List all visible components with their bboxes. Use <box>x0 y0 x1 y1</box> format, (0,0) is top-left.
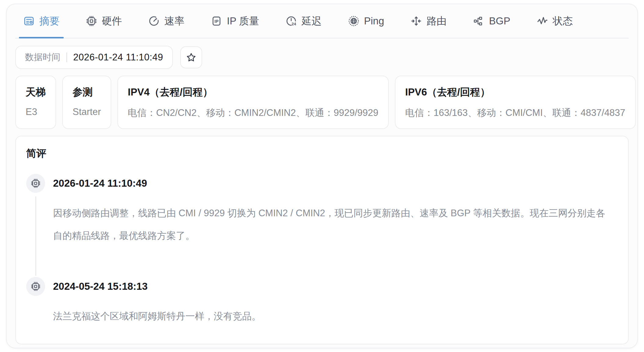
tab-bar: 摘要 硬件 <box>15 4 629 38</box>
ladder-card-title: 天梯 <box>26 85 46 99</box>
summary-icon <box>23 15 35 27</box>
ipv6-route-card-title: IPV6（去程/回程） <box>405 85 625 99</box>
timeline-entry-body: 2024-05-24 15:18:13 法兰克福这个区域和阿姆斯特丹一样，没有竞… <box>53 277 618 328</box>
timeline-entry-text: 因移动侧路由调整，线路已由 CMI / 9929 切换为 CMIN2 / CMI… <box>53 202 618 247</box>
timeline-entry-body: 2026-01-24 11:10:49 因移动侧路由调整，线路已由 CMI / … <box>53 174 618 247</box>
timeline-entry-date: 2026-01-24 11:10:49 <box>53 174 618 193</box>
tab-label: 状态 <box>553 14 573 28</box>
tab-label: BGP <box>489 15 510 27</box>
route-arrows-icon <box>410 15 422 27</box>
chip-icon <box>86 15 97 27</box>
gauge-icon <box>148 15 160 27</box>
tab-hardware[interactable]: 硬件 <box>81 4 127 38</box>
timeline-entry: 2026-01-24 11:10:49 因移动侧路由调整，线路已由 CMI / … <box>26 174 618 247</box>
review-panel-title: 简评 <box>26 147 618 160</box>
tab-label: 路由 <box>427 14 447 28</box>
ladder-card: 天梯 E3 <box>15 76 56 129</box>
tested-plan-card: 参测 Starter <box>62 76 111 129</box>
tested-plan-card-value: Starter <box>73 106 101 117</box>
chip-icon <box>30 281 41 292</box>
ipv6-route-card: IPV6（去程/回程） 电信：163/163、移动：CMI/CMI、联通：483… <box>395 76 636 129</box>
tab-speed[interactable]: 速率 <box>143 4 189 38</box>
report-card: 摘要 硬件 <box>6 4 638 348</box>
ladder-card-value: E3 <box>26 106 46 117</box>
timeline-badge <box>26 277 45 296</box>
svg-text:IP: IP <box>214 19 219 24</box>
review-timeline: 2026-01-24 11:10:49 因移动侧路由调整，线路已由 CMI / … <box>26 174 618 328</box>
svg-text:24: 24 <box>292 22 296 26</box>
toolbar: 数据时间 2026-01-24 11:10:49 <box>15 46 629 69</box>
tab-ip-quality[interactable]: IP IP 质量 <box>206 4 264 38</box>
data-time-label: 数据时间 <box>25 51 60 63</box>
review-panel: 简评 2026-01-24 11:10:49 <box>15 136 629 344</box>
tab-label: 硬件 <box>102 14 122 28</box>
tab-ping[interactable]: Ping <box>343 4 389 38</box>
timeline-entry-date: 2024-05-24 15:18:13 <box>53 277 618 296</box>
tab-label: IP 质量 <box>227 14 259 28</box>
ipv4-route-card-title: IPV4（去程/回程） <box>128 85 378 99</box>
pulse-icon <box>537 15 548 27</box>
tested-plan-card-title: 参测 <box>73 85 101 99</box>
tab-label: 速率 <box>164 14 184 28</box>
data-time-pill[interactable]: 数据时间 2026-01-24 11:10:49 <box>15 46 173 69</box>
timeline-entry: 2024-05-24 15:18:13 法兰克福这个区域和阿姆斯特丹一样，没有竞… <box>26 277 618 328</box>
clock-24-icon: 24 <box>285 15 297 27</box>
globe-ping-icon <box>348 15 360 27</box>
ipv6-route-card-value: 电信：163/163、移动：CMI/CMI、联通：4837/4837 <box>405 106 625 119</box>
tab-label: 延迟 <box>302 14 322 28</box>
network-branch-icon <box>473 15 485 27</box>
ipv4-route-card: IPV4（去程/回程） 电信：CN2/CN2、移动：CMIN2/CMIN2、联通… <box>117 76 389 129</box>
pill-divider <box>66 52 67 62</box>
summary-tiles: 天梯 E3 参测 Starter IPV4（去程/回程） 电信：CN2/CN2、… <box>15 76 629 129</box>
tab-label: Ping <box>364 15 384 27</box>
report-page: 摘要 硬件 <box>0 0 644 352</box>
tab-latency[interactable]: 24 延迟 <box>281 4 327 38</box>
timeline-entry-text: 法兰克福这个区域和阿姆斯特丹一样，没有竞品。 <box>53 305 618 328</box>
tab-route[interactable]: 路由 <box>406 4 452 38</box>
ip-badge-icon: IP <box>211 15 222 27</box>
tab-summary[interactable]: 摘要 <box>18 4 64 38</box>
ipv4-route-card-value: 电信：CN2/CN2、移动：CMIN2/CMIN2、联通：9929/9929 <box>128 106 378 119</box>
tab-label: 摘要 <box>39 14 59 28</box>
tab-status[interactable]: 状态 <box>532 4 578 38</box>
star-icon <box>186 52 197 63</box>
data-time-value: 2026-01-24 11:10:49 <box>73 52 163 63</box>
favorite-button[interactable] <box>180 46 202 68</box>
timeline-badge <box>26 174 45 193</box>
tab-bgp[interactable]: BGP <box>468 4 515 38</box>
chip-icon <box>30 178 41 189</box>
